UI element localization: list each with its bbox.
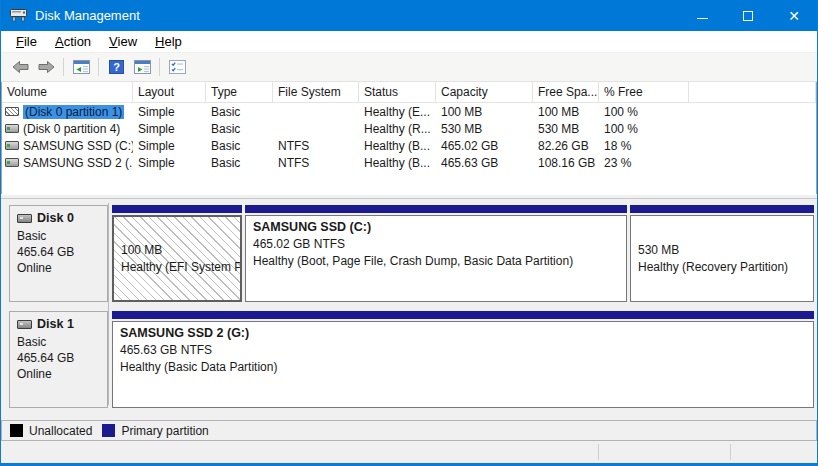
label-column-divider <box>108 203 109 405</box>
toolbar-separator <box>63 58 64 76</box>
disk-1-partitions: SAMSUNG SSD 2 (G:) 465.63 GB NTFS Health… <box>112 311 814 408</box>
table-row[interactable]: (Disk 0 partition 1) Simple Basic Health… <box>2 103 816 120</box>
window-title: Disk Management <box>35 8 140 23</box>
layout-cell: Simple <box>133 122 206 136</box>
disk-graphic-pane: Disk 0 Basic 465.64 GB Online 100 MB Hea… <box>1 199 817 420</box>
partition-recovery[interactable]: 530 MB Healthy (Recovery Partition) <box>630 205 814 302</box>
toolbar: ? <box>1 53 817 82</box>
volume-name: SAMSUNG SSD 2 (... <box>23 156 133 170</box>
legend-label: Primary partition <box>121 424 208 438</box>
forward-button[interactable] <box>33 55 59 79</box>
help-button[interactable]: ? <box>103 55 129 79</box>
pct-free-cell: 100 % <box>599 105 689 119</box>
disk-type: Basic <box>17 334 103 350</box>
column-header-type[interactable]: Type <box>206 82 273 103</box>
disk-management-window: Disk Management ✕ File Action View Help <box>0 0 818 466</box>
disk-1-label[interactable]: Disk 1 Basic 465.64 GB Online <box>9 311 108 408</box>
partition-status: Healthy (Basic Data Partition) <box>120 359 806 376</box>
partition-g-drive[interactable]: SAMSUNG SSD 2 (G:) 465.63 GB NTFS Health… <box>112 311 814 408</box>
disk-icon <box>17 320 32 329</box>
volume-cell: SAMSUNG SSD 2 (... <box>2 156 133 170</box>
column-header-volume[interactable]: Volume <box>2 82 133 103</box>
back-button[interactable] <box>7 55 33 79</box>
table-row[interactable]: SAMSUNG SSD 2 (... Simple Basic NTFS Hea… <box>2 154 816 171</box>
menu-action[interactable]: Action <box>46 32 100 51</box>
type-cell: Basic <box>206 156 273 170</box>
disk-icon <box>17 214 32 223</box>
column-header-layout[interactable]: Layout <box>133 82 206 103</box>
disk-size: 465.64 GB <box>17 350 103 366</box>
disk-size: 465.64 GB <box>17 244 103 260</box>
show-action-pane-icon <box>134 60 151 74</box>
status-bar <box>1 441 817 463</box>
column-header-capacity[interactable]: Capacity <box>436 82 533 103</box>
disk-0-label[interactable]: Disk 0 Basic 465.64 GB Online <box>9 205 108 302</box>
properties-button[interactable] <box>164 55 190 79</box>
partition-efi-system[interactable]: 100 MB Healthy (EFI System Pa <box>112 205 242 302</box>
disk-0-partitions: 100 MB Healthy (EFI System Pa SAMSUNG SS… <box>112 205 814 302</box>
free-space-cell: 530 MB <box>533 122 599 136</box>
status-cell: Healthy (R... <box>359 122 436 136</box>
legend-label: Unallocated <box>29 424 92 438</box>
pct-free-cell: 18 % <box>599 139 689 153</box>
disk-name: Disk 0 <box>37 211 74 225</box>
partition-size: 100 MB <box>121 242 233 259</box>
forward-icon <box>38 60 55 74</box>
partition-c-drive[interactable]: SAMSUNG SSD (C:) 465.02 GB NTFS Healthy … <box>245 205 627 302</box>
menu-help[interactable]: Help <box>146 32 191 51</box>
status-bar-divider <box>598 444 599 460</box>
disk-management-app-icon <box>10 9 27 22</box>
legend-primary-partition: Primary partition <box>102 424 208 438</box>
volume-list: Volume Layout Type File System Status Ca… <box>1 82 817 194</box>
partition-size: 465.02 GB NTFS <box>253 236 619 253</box>
show-console-tree-button[interactable] <box>68 55 94 79</box>
disk-1-row: Disk 1 Basic 465.64 GB Online SAMSUNG SS… <box>9 311 812 408</box>
layout-cell: Simple <box>133 105 206 119</box>
column-header-free-space[interactable]: Free Spa... <box>533 82 599 103</box>
table-row[interactable]: SAMSUNG SSD (C:) Simple Basic NTFS Healt… <box>2 137 816 154</box>
volume-cell: (Disk 0 partition 1) <box>2 105 133 119</box>
partition-title: SAMSUNG SSD 2 (G:) <box>120 325 806 342</box>
menu-bar: File Action View Help <box>1 31 817 53</box>
primary-partition-swatch-icon <box>102 424 115 437</box>
close-button[interactable]: ✕ <box>771 0 817 31</box>
column-header-file-system[interactable]: File System <box>273 82 359 103</box>
minimize-button[interactable] <box>679 0 725 31</box>
free-space-cell: 108.16 GB <box>533 156 599 170</box>
back-icon <box>12 60 29 74</box>
disk-status: Online <box>17 366 103 382</box>
partition-title: SAMSUNG SSD (C:) <box>253 219 619 236</box>
partition-status: Healthy (Boot, Page File, Crash Dump, Ba… <box>253 253 619 270</box>
partition-icon <box>5 158 19 167</box>
menu-view[interactable]: View <box>100 32 146 51</box>
partition-size: 530 MB <box>638 242 806 259</box>
column-header-pct-free[interactable]: % Free <box>599 82 689 103</box>
status-cell: Healthy (B... <box>359 156 436 170</box>
partition-selected-icon <box>5 107 19 116</box>
show-console-tree-icon <box>73 60 90 74</box>
show-action-pane-button[interactable] <box>129 55 155 79</box>
column-header-status[interactable]: Status <box>359 82 436 103</box>
maximize-button[interactable] <box>725 0 771 31</box>
capacity-cell: 100 MB <box>436 105 533 119</box>
minimize-icon <box>697 18 708 19</box>
partition-status: Healthy (EFI System Pa <box>121 259 233 276</box>
partition-icon <box>5 141 19 150</box>
type-cell: Basic <box>206 105 273 119</box>
capacity-cell: 465.63 GB <box>436 156 533 170</box>
legend-unallocated: Unallocated <box>10 424 92 438</box>
menu-file[interactable]: File <box>7 32 46 51</box>
close-icon: ✕ <box>788 8 800 24</box>
toolbar-separator <box>159 58 160 76</box>
help-icon: ? <box>109 60 124 74</box>
disk-0-row: Disk 0 Basic 465.64 GB Online 100 MB Hea… <box>9 205 812 302</box>
volume-list-header: Volume Layout Type File System Status Ca… <box>2 82 816 103</box>
volume-cell: SAMSUNG SSD (C:) <box>2 139 133 153</box>
table-row[interactable]: (Disk 0 partition 4) Simple Basic Health… <box>2 120 816 137</box>
disk-status: Online <box>17 260 103 276</box>
disk-name: Disk 1 <box>37 317 74 331</box>
status-bar-divider <box>730 444 731 460</box>
file-system-cell: NTFS <box>273 139 359 153</box>
titlebar: Disk Management ✕ <box>1 0 817 31</box>
type-cell: Basic <box>206 122 273 136</box>
